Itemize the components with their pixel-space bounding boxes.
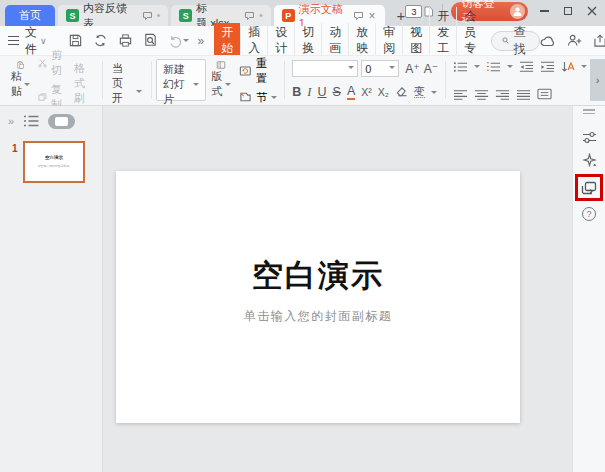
font-color-button[interactable]: A	[347, 85, 355, 101]
justify-button[interactable]	[516, 89, 531, 100]
align-left-button[interactable]	[453, 89, 468, 100]
increase-indent-button[interactable]	[540, 61, 555, 73]
comment-bubble-icon[interactable]	[142, 11, 153, 21]
italic-button[interactable]: I	[307, 86, 311, 99]
right-tool-sidebar: ?	[572, 106, 605, 472]
cut-label: 剪切	[51, 48, 66, 78]
distribute-text-icon	[537, 88, 552, 100]
smart-beautify-star-icon[interactable]	[582, 153, 597, 168]
share-icon[interactable]	[593, 34, 605, 47]
font-size-caret-icon	[389, 66, 395, 72]
strikethrough-button[interactable]: S	[333, 86, 341, 99]
undo-icon[interactable]	[168, 34, 189, 48]
minimize-button[interactable]	[540, 10, 549, 12]
print-preview-icon[interactable]	[143, 33, 158, 48]
search-icon	[502, 35, 509, 46]
panel-expand-icon[interactable]: »	[8, 115, 14, 127]
cut-button[interactable]: 剪切	[38, 48, 66, 78]
ribbon-tab-animation[interactable]: 动画	[321, 23, 348, 58]
find-button[interactable]: 查找	[491, 31, 540, 51]
outline-view-icon[interactable]	[23, 115, 39, 127]
increase-indent-icon	[540, 61, 555, 73]
new-slide-button[interactable]: 新建幻灯片	[156, 59, 206, 101]
font-size-combobox[interactable]: 0	[361, 60, 399, 77]
new-slide-caret-icon	[193, 83, 199, 89]
section-icon	[239, 91, 252, 103]
align-center-icon	[474, 89, 489, 100]
paragraph-group	[450, 59, 590, 101]
paste-clipboard-icon	[11, 61, 30, 69]
ribbon-tab-insert[interactable]: 插入	[240, 23, 267, 58]
ribbon-tab-home[interactable]: 开始	[214, 23, 240, 58]
layout-button[interactable]: 版式	[206, 59, 236, 101]
decrease-indent-button[interactable]	[519, 61, 534, 73]
file-caret-icon[interactable]: ∨	[40, 36, 47, 46]
undo-caret-icon[interactable]	[183, 39, 189, 45]
distribute-text-button[interactable]	[537, 88, 552, 100]
text-direction-button[interactable]	[561, 60, 575, 73]
reset-section-group: 重置 节	[236, 59, 280, 101]
copy-icon	[38, 91, 47, 103]
save-icon[interactable]	[68, 33, 83, 48]
cut-copy-group: 剪切 复制	[35, 59, 69, 101]
ribbon-tab-view[interactable]: 视图	[402, 23, 429, 58]
hamburger-menu-icon[interactable]	[8, 36, 19, 46]
numbered-list-button[interactable]	[486, 61, 501, 73]
section-button[interactable]: 节	[239, 90, 277, 105]
paste-label: 粘贴	[11, 69, 22, 99]
subscript-button[interactable]: X₂	[378, 87, 389, 98]
underline-button[interactable]: U	[318, 86, 327, 99]
slide-1-thumbnail[interactable]: 空白演示 单击输入您的封面副标题	[23, 141, 85, 183]
print-icon[interactable]	[118, 33, 133, 48]
slide-1[interactable]: 空白演示 单击输入您的封面副标题	[116, 171, 520, 423]
align-center-button[interactable]	[474, 89, 489, 100]
sidebar-handle-icon[interactable]	[583, 109, 595, 114]
play-from-current-page-button[interactable]: 当页开始	[107, 59, 147, 101]
new-slide-label: 新建幻灯片	[163, 62, 191, 107]
slide-view-toggle[interactable]	[48, 114, 75, 129]
file-menu[interactable]: 文件	[25, 24, 37, 58]
task-panes-layers-icon[interactable]	[581, 181, 597, 195]
maximize-button[interactable]	[564, 7, 572, 15]
help-icon[interactable]: ?	[582, 207, 596, 221]
font-name-caret-icon	[348, 66, 354, 72]
bold-button[interactable]: B	[292, 86, 301, 99]
justify-icon	[516, 89, 531, 100]
slide-title-text[interactable]: 空白演示	[252, 255, 384, 297]
align-right-button[interactable]	[495, 89, 510, 100]
slide-thumbnail-item[interactable]: 1 空白演示 单击输入您的封面副标题	[0, 132, 102, 183]
tab-doc-feedback-sheet[interactable]: S 内容反馈表 •	[58, 5, 168, 26]
paste-button[interactable]: 粘贴	[6, 59, 35, 101]
ribbon-tab-transition[interactable]: 切换	[294, 23, 321, 58]
properties-tune-icon[interactable]	[582, 131, 597, 144]
reset-icon	[239, 65, 252, 77]
ribbon-tab-design[interactable]: 设计	[267, 23, 294, 58]
more-tools-icon[interactable]: »	[198, 34, 205, 48]
layout-label: 版式	[211, 69, 223, 99]
bullet-list-icon	[453, 61, 468, 73]
cloud-sync-icon[interactable]	[540, 35, 556, 47]
layout-caret-icon	[225, 83, 231, 89]
unsaved-dot-icon: •	[157, 10, 161, 21]
numbered-list-caret-icon	[507, 65, 513, 71]
ribbon-tab-slideshow[interactable]: 放映	[348, 23, 375, 58]
increase-font-size-button[interactable]: A⁺	[405, 62, 419, 76]
ribbon-tab-review[interactable]: 审阅	[375, 23, 402, 58]
export-pdf-icon[interactable]	[93, 33, 108, 48]
tab-home-label: 首页	[19, 8, 41, 23]
superscript-button[interactable]: X²	[361, 87, 372, 98]
invite-collaborator-icon[interactable]	[567, 34, 582, 47]
clear-format-button[interactable]	[395, 86, 408, 98]
toolbar-expand-strip[interactable]: ›	[590, 59, 605, 101]
bullet-list-button[interactable]	[453, 61, 468, 73]
format-painter-button[interactable]: 格式刷	[69, 59, 98, 101]
slide-subtitle-placeholder[interactable]: 单击输入您的封面副标题	[244, 308, 393, 325]
close-window-button[interactable]	[587, 6, 597, 16]
divider	[445, 61, 446, 99]
slide-editing-canvas[interactable]: 空白演示 单击输入您的封面副标题	[103, 106, 572, 472]
decrease-font-size-button[interactable]: A⁻	[424, 62, 438, 76]
reset-button[interactable]: 重置	[239, 56, 277, 86]
text-tool-button[interactable]: 变	[414, 86, 425, 98]
help-glyph: ?	[586, 209, 591, 219]
font-name-combobox[interactable]	[292, 60, 358, 77]
